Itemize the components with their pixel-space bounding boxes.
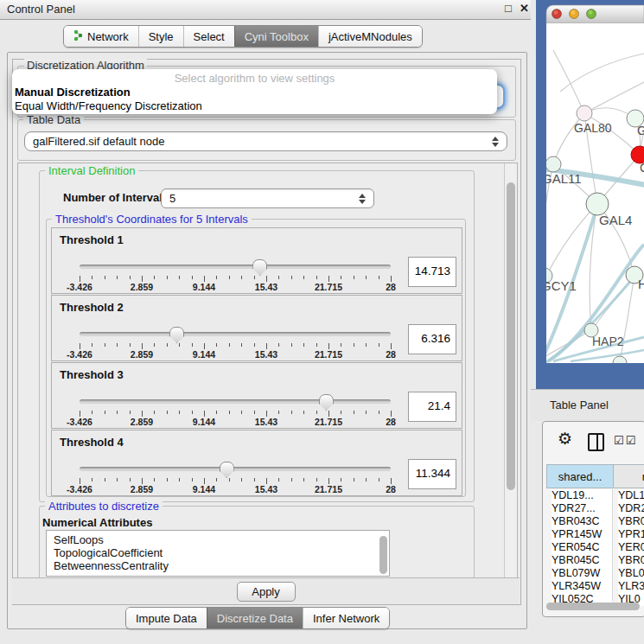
- table-cell[interactable]: YLR3: [618, 580, 644, 593]
- attributes-list-scrollbar[interactable]: [379, 536, 387, 574]
- threshold-value-field[interactable]: 11.344: [408, 459, 456, 489]
- slider-tick-label: 28: [386, 417, 396, 427]
- threshold-row: Threshold 1-3.4262.8599.14415.4321.71528…: [51, 227, 462, 294]
- slider-tick-label: 9.144: [193, 417, 215, 427]
- table-data-combo[interactable]: galFiltered.sif default node: [24, 131, 507, 151]
- slider-tick: [117, 411, 118, 414]
- slider-tick: [354, 478, 354, 481]
- table-cell[interactable]: YDL19...: [552, 489, 612, 502]
- table-cell[interactable]: YBR045C: [552, 554, 612, 567]
- gear-icon[interactable]: ⚙: [558, 429, 572, 449]
- slider-tick: [266, 276, 267, 282]
- slider-thumb[interactable]: [220, 462, 234, 478]
- threshold-value-field[interactable]: 6.316: [408, 324, 456, 354]
- column-header-shared-name[interactable]: shared...: [546, 464, 614, 488]
- slider-tick: [328, 411, 329, 417]
- slider-tick: [192, 411, 193, 414]
- slider-tick: [80, 343, 80, 349]
- slider-tick-label: 15.43: [255, 484, 277, 494]
- tab-select[interactable]: Select: [183, 26, 234, 47]
- checkboxes-icon[interactable]: ☑☑: [614, 434, 637, 447]
- table-cell[interactable]: YBR0: [618, 554, 644, 567]
- table-cell[interactable]: YDR27...: [552, 502, 612, 515]
- slider-tick: [254, 411, 255, 414]
- network-node-label: H: [638, 277, 644, 291]
- close-panel-icon[interactable]: ✕: [520, 2, 529, 15]
- tab-jactivemnodules[interactable]: jActiveMNodules: [318, 26, 422, 47]
- slider-tick: [354, 411, 354, 414]
- apply-button[interactable]: Apply: [237, 582, 296, 602]
- slider-tick: [341, 411, 341, 414]
- tab-label: Discretize Data: [217, 612, 293, 625]
- slider-tick: [266, 411, 267, 417]
- tab-infer-network[interactable]: Infer Network: [303, 608, 389, 628]
- slider-tick: [341, 478, 341, 481]
- slider-thumb[interactable]: [319, 394, 334, 411]
- slider-tick-label: -3.426: [67, 282, 92, 292]
- attribute-item[interactable]: TopologicalCoefficient: [47, 546, 389, 559]
- slider-tick-label: -3.426: [67, 417, 92, 427]
- table-cell[interactable]: YLR345W: [552, 580, 612, 593]
- slider-track[interactable]: [80, 399, 391, 404]
- top-tab-bar: NetworkStyleSelectCyni ToolboxjActiveMNo…: [63, 25, 423, 48]
- table-hscrollbar-thumb[interactable]: [546, 603, 640, 610]
- slider-track[interactable]: [80, 467, 391, 471]
- slider-tick: [92, 411, 92, 414]
- threshold-label: Threshold 4: [60, 436, 124, 449]
- table-cell[interactable]: YDL1: [618, 489, 644, 502]
- split-table-icon[interactable]: [588, 433, 604, 451]
- network-node-label: GAL4: [599, 213, 632, 227]
- slider-tick: [303, 478, 304, 481]
- table-cell[interactable]: YDR2: [618, 502, 644, 515]
- slider-tick: [229, 411, 230, 414]
- threshold-row: Threshold 3-3.4262.8599.14415.4321.71528…: [51, 362, 462, 429]
- table-cell[interactable]: YPR1: [618, 528, 644, 541]
- attribute-item[interactable]: BetweennessCentrality: [47, 559, 389, 572]
- slider-track[interactable]: [80, 332, 391, 336]
- tab-cyni-toolbox[interactable]: Cyni Toolbox: [234, 26, 318, 47]
- network-window: GAL80G.CGAL11GAL4GCY1HHAP2: [536, 0, 644, 389]
- network-node-gal80[interactable]: [577, 105, 592, 121]
- table-data-title: Table Data: [23, 113, 84, 126]
- attribute-item[interactable]: SelfLoops: [47, 533, 389, 546]
- network-node-gal11[interactable]: [545, 156, 561, 172]
- slider-thumb[interactable]: [252, 259, 267, 276]
- table-cell[interactable]: YER054C: [552, 541, 612, 554]
- algorithm-option[interactable]: Equal Width/Frequency Discretization: [15, 99, 202, 112]
- slider-track[interactable]: [80, 265, 391, 269]
- table-cell[interactable]: YBL079W: [552, 567, 612, 580]
- slider-tick: [167, 411, 168, 414]
- slider-tick: [379, 411, 379, 414]
- tab-impute-data[interactable]: Impute Data: [126, 608, 207, 628]
- table-cell[interactable]: YBR0: [618, 515, 644, 528]
- table-cell[interactable]: YER0: [618, 541, 644, 554]
- settings-scroll-viewport: Interval Definition Number of Intervals …: [17, 163, 518, 579]
- threshold-value-field[interactable]: 14.713: [408, 257, 456, 287]
- tab-style[interactable]: Style: [138, 26, 183, 47]
- screen: Control Panel □ ✕ NetworkStyleSelectCyni…: [0, 0, 644, 644]
- algorithm-option[interactable]: Manual Discretization: [15, 86, 131, 99]
- slider-tick: [179, 478, 180, 481]
- slider-tick-label: 28: [386, 282, 396, 292]
- float-window-icon[interactable]: □: [505, 2, 512, 15]
- numerical-attributes-list[interactable]: SelfLoopsTopologicalCoefficientBetweenne…: [46, 530, 390, 577]
- slider-tick: [204, 276, 205, 282]
- algorithm-popup: Select algorithm to view settings Manual…: [12, 69, 497, 114]
- slider-tick: [142, 343, 143, 349]
- slider-tick: [391, 343, 392, 349]
- network-node-label: C: [640, 161, 644, 175]
- table-panel-header: Table Panel: [531, 389, 644, 421]
- settings-scrollbar-track[interactable]: [504, 163, 518, 578]
- slider-tick-label: 21.715: [315, 282, 342, 292]
- table-cell[interactable]: YBL0: [618, 567, 644, 580]
- table-cell[interactable]: YBR043C: [552, 515, 612, 528]
- tab-discretize-data[interactable]: Discretize Data: [207, 608, 303, 628]
- table-cell[interactable]: YPR145W: [552, 528, 612, 541]
- slider-thumb[interactable]: [169, 327, 184, 343]
- threshold-value-field[interactable]: 21.4: [408, 392, 456, 422]
- tab-label: Impute Data: [136, 612, 197, 625]
- tab-network[interactable]: Network: [64, 26, 138, 47]
- num-intervals-combo[interactable]: 5: [161, 188, 374, 208]
- column-header-name[interactable]: na: [613, 464, 644, 488]
- settings-scrollbar-thumb[interactable]: [507, 182, 515, 490]
